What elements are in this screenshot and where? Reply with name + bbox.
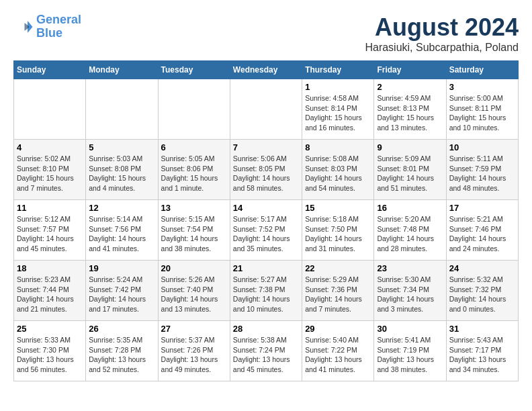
day-info: Sunrise: 5:32 AM Sunset: 7:32 PM Dayligh… [449, 275, 515, 314]
calendar-cell: 31Sunrise: 5:43 AM Sunset: 7:17 PM Dayli… [446, 321, 518, 381]
day-number: 12 [89, 203, 154, 213]
day-number: 19 [89, 263, 154, 273]
calendar-cell: 27Sunrise: 5:37 AM Sunset: 7:26 PM Dayli… [158, 321, 230, 381]
calendar-table: SundayMondayTuesdayWednesdayThursdayFrid… [13, 60, 519, 381]
day-number: 30 [377, 324, 443, 334]
week-row-1: 1Sunrise: 4:58 AM Sunset: 8:14 PM Daylig… [14, 79, 519, 140]
calendar-cell: 16Sunrise: 5:20 AM Sunset: 7:48 PM Dayli… [374, 200, 446, 261]
day-number: 3 [449, 82, 515, 92]
calendar-cell: 25Sunrise: 5:33 AM Sunset: 7:30 PM Dayli… [14, 321, 86, 381]
day-info: Sunrise: 5:05 AM Sunset: 8:06 PM Dayligh… [161, 154, 227, 193]
calendar-cell: 7Sunrise: 5:06 AM Sunset: 8:05 PM Daylig… [230, 140, 302, 200]
day-number: 21 [233, 263, 299, 273]
day-number: 15 [305, 203, 371, 213]
day-info: Sunrise: 5:12 AM Sunset: 7:57 PM Dayligh… [17, 214, 83, 254]
calendar-cell: 18Sunrise: 5:23 AM Sunset: 7:44 PM Dayli… [14, 261, 86, 321]
day-info: Sunrise: 5:06 AM Sunset: 8:05 PM Dayligh… [233, 154, 299, 193]
location-title: Harasiuki, Subcarpathia, Poland [365, 42, 519, 54]
calendar-cell: 6Sunrise: 5:05 AM Sunset: 8:06 PM Daylig… [158, 140, 230, 200]
calendar-cell: 23Sunrise: 5:30 AM Sunset: 7:34 PM Dayli… [374, 261, 446, 321]
calendar-cell: 4Sunrise: 5:02 AM Sunset: 8:10 PM Daylig… [14, 140, 86, 200]
day-info: Sunrise: 5:17 AM Sunset: 7:52 PM Dayligh… [233, 214, 299, 254]
calendar-cell: 13Sunrise: 5:15 AM Sunset: 7:54 PM Dayli… [158, 200, 230, 261]
page-header: General Blue August 2024 Harasiuki, Subc… [13, 13, 519, 54]
week-row-2: 4Sunrise: 5:02 AM Sunset: 8:10 PM Daylig… [14, 140, 519, 200]
day-number: 11 [17, 203, 83, 213]
day-number: 20 [161, 263, 227, 273]
weekday-header-friday: Friday [374, 61, 446, 79]
day-number: 25 [17, 324, 83, 334]
day-number: 8 [305, 142, 371, 152]
day-info: Sunrise: 5:24 AM Sunset: 7:42 PM Dayligh… [89, 275, 154, 314]
day-info: Sunrise: 5:29 AM Sunset: 7:36 PM Dayligh… [305, 275, 371, 314]
calendar-cell: 5Sunrise: 5:03 AM Sunset: 8:08 PM Daylig… [86, 140, 158, 200]
logo: General Blue [13, 13, 81, 40]
month-title: August 2024 [365, 13, 519, 42]
day-info: Sunrise: 5:20 AM Sunset: 7:48 PM Dayligh… [377, 214, 443, 254]
calendar-cell: 14Sunrise: 5:17 AM Sunset: 7:52 PM Dayli… [230, 200, 302, 261]
day-number: 10 [449, 142, 515, 152]
day-number: 4 [17, 142, 83, 152]
calendar-cell: 8Sunrise: 5:08 AM Sunset: 8:03 PM Daylig… [302, 140, 374, 200]
day-number: 6 [161, 142, 227, 152]
day-number: 26 [89, 324, 154, 334]
day-info: Sunrise: 5:09 AM Sunset: 8:01 PM Dayligh… [377, 154, 443, 193]
calendar-cell: 1Sunrise: 4:58 AM Sunset: 8:14 PM Daylig… [302, 79, 374, 140]
weekday-header-row: SundayMondayTuesdayWednesdayThursdayFrid… [14, 61, 519, 79]
calendar-cell: 11Sunrise: 5:12 AM Sunset: 7:57 PM Dayli… [14, 200, 86, 261]
day-info: Sunrise: 5:03 AM Sunset: 8:08 PM Dayligh… [89, 154, 154, 193]
calendar-cell: 20Sunrise: 5:26 AM Sunset: 7:40 PM Dayli… [158, 261, 230, 321]
day-info: Sunrise: 4:58 AM Sunset: 8:14 PM Dayligh… [305, 93, 371, 133]
day-info: Sunrise: 5:00 AM Sunset: 8:11 PM Dayligh… [449, 93, 515, 133]
calendar-cell: 24Sunrise: 5:32 AM Sunset: 7:32 PM Dayli… [446, 261, 518, 321]
day-number: 22 [305, 263, 371, 273]
day-info: Sunrise: 5:27 AM Sunset: 7:38 PM Dayligh… [233, 275, 299, 314]
weekday-header-thursday: Thursday [302, 61, 374, 79]
day-number: 17 [449, 203, 515, 213]
day-info: Sunrise: 5:08 AM Sunset: 8:03 PM Dayligh… [305, 154, 371, 193]
day-info: Sunrise: 5:15 AM Sunset: 7:54 PM Dayligh… [161, 214, 227, 254]
day-info: Sunrise: 5:02 AM Sunset: 8:10 PM Dayligh… [17, 154, 83, 193]
day-number: 14 [233, 203, 299, 213]
weekday-header-sunday: Sunday [14, 61, 86, 79]
day-number: 24 [449, 263, 515, 273]
logo-line1: General [36, 13, 81, 26]
day-info: Sunrise: 5:37 AM Sunset: 7:26 PM Dayligh… [161, 335, 227, 375]
day-info: Sunrise: 4:59 AM Sunset: 8:13 PM Dayligh… [377, 93, 443, 133]
day-number: 29 [305, 324, 371, 334]
day-info: Sunrise: 5:23 AM Sunset: 7:44 PM Dayligh… [17, 275, 83, 314]
day-number: 13 [161, 203, 227, 213]
week-row-5: 25Sunrise: 5:33 AM Sunset: 7:30 PM Dayli… [14, 321, 519, 381]
day-number: 2 [377, 82, 443, 92]
day-number: 1 [305, 82, 371, 92]
weekday-header-saturday: Saturday [446, 61, 518, 79]
calendar-cell: 22Sunrise: 5:29 AM Sunset: 7:36 PM Dayli… [302, 261, 374, 321]
day-number: 7 [233, 142, 299, 152]
calendar-cell: 28Sunrise: 5:38 AM Sunset: 7:24 PM Dayli… [230, 321, 302, 381]
calendar-cell: 15Sunrise: 5:18 AM Sunset: 7:50 PM Dayli… [302, 200, 374, 261]
day-info: Sunrise: 5:11 AM Sunset: 7:59 PM Dayligh… [449, 154, 515, 193]
calendar-cell: 9Sunrise: 5:09 AM Sunset: 8:01 PM Daylig… [374, 140, 446, 200]
calendar-cell: 10Sunrise: 5:11 AM Sunset: 7:59 PM Dayli… [446, 140, 518, 200]
day-info: Sunrise: 5:18 AM Sunset: 7:50 PM Dayligh… [305, 214, 371, 254]
day-number: 5 [89, 142, 154, 152]
title-block: August 2024 Harasiuki, Subcarpathia, Pol… [365, 13, 519, 54]
logo-line2: Blue [36, 26, 62, 40]
weekday-header-tuesday: Tuesday [158, 61, 230, 79]
day-number: 16 [377, 203, 443, 213]
week-row-4: 18Sunrise: 5:23 AM Sunset: 7:44 PM Dayli… [14, 261, 519, 321]
calendar-cell [230, 79, 302, 140]
logo-text: General Blue [36, 13, 81, 40]
day-number: 31 [449, 324, 515, 334]
weekday-header-monday: Monday [86, 61, 158, 79]
calendar-cell [86, 79, 158, 140]
day-info: Sunrise: 5:43 AM Sunset: 7:17 PM Dayligh… [449, 335, 515, 375]
day-info: Sunrise: 5:41 AM Sunset: 7:19 PM Dayligh… [377, 335, 443, 375]
day-info: Sunrise: 5:35 AM Sunset: 7:28 PM Dayligh… [89, 335, 154, 375]
day-info: Sunrise: 5:14 AM Sunset: 7:56 PM Dayligh… [89, 214, 154, 254]
calendar-cell: 29Sunrise: 5:40 AM Sunset: 7:22 PM Dayli… [302, 321, 374, 381]
calendar-cell: 3Sunrise: 5:00 AM Sunset: 8:11 PM Daylig… [446, 79, 518, 140]
calendar-cell [14, 79, 86, 140]
day-number: 23 [377, 263, 443, 273]
calendar-cell: 17Sunrise: 5:21 AM Sunset: 7:46 PM Dayli… [446, 200, 518, 261]
